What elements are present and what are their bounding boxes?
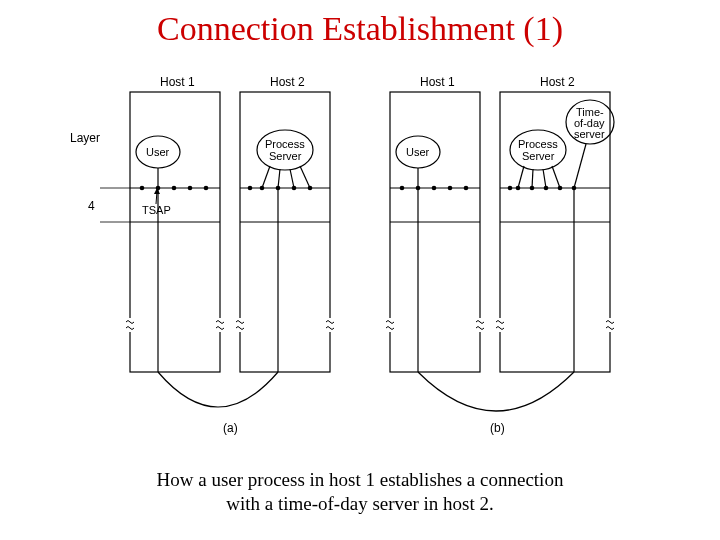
sublabel-a: (a): [223, 421, 238, 435]
svg-line-42: [518, 166, 524, 188]
diagram: Host 1 User Host 2 Process Server: [70, 72, 660, 452]
layer-label: Layer: [70, 131, 100, 145]
svg-point-37: [464, 186, 469, 191]
svg-rect-28: [326, 318, 334, 332]
host2-label-a: Host 2: [270, 75, 305, 89]
process-label-a: Process: [265, 138, 305, 150]
process-label-b: Process: [518, 138, 558, 150]
svg-point-19: [260, 186, 265, 191]
svg-rect-57: [386, 318, 394, 332]
svg-line-14: [278, 169, 280, 188]
svg-point-8: [204, 186, 209, 191]
svg-line-44: [543, 169, 546, 188]
tsap-label: TSAP: [142, 204, 171, 216]
svg-rect-0: [130, 92, 220, 372]
svg-point-50: [516, 186, 521, 191]
svg-point-52: [544, 186, 549, 191]
server-label-a: Server: [269, 150, 302, 162]
caption-line-2: with a time-of-day server in host 2.: [226, 493, 494, 514]
caption-line-1: How a user process in host 1 establishes…: [157, 469, 564, 490]
server-label-b: Server: [522, 150, 555, 162]
svg-rect-59: [496, 318, 504, 332]
svg-line-43: [532, 169, 533, 188]
panel-b: Host 1 User Host 2 Process Server Time- …: [386, 75, 614, 435]
svg-point-6: [172, 186, 177, 191]
svg-rect-27: [236, 318, 244, 332]
user-label-b: User: [406, 146, 430, 158]
svg-point-33: [400, 186, 405, 191]
svg-point-18: [248, 186, 253, 191]
svg-rect-11: [240, 92, 330, 372]
svg-point-53: [558, 186, 563, 191]
svg-rect-60: [606, 318, 614, 332]
svg-point-22: [308, 186, 313, 191]
svg-point-35: [432, 186, 437, 191]
svg-rect-26: [216, 318, 224, 332]
svg-line-47: [574, 144, 586, 188]
svg-line-13: [262, 166, 270, 188]
user-label-a: User: [146, 146, 170, 158]
svg-rect-58: [476, 318, 484, 332]
caption: How a user process in host 1 establishes…: [0, 468, 720, 516]
svg-point-7: [188, 186, 193, 191]
svg-line-15: [290, 169, 294, 188]
svg-point-21: [292, 186, 297, 191]
svg-line-16: [300, 166, 310, 188]
svg-point-36: [448, 186, 453, 191]
svg-point-49: [508, 186, 513, 191]
svg-line-45: [552, 166, 560, 188]
host2-label-b: Host 2: [540, 75, 575, 89]
panel-a: Host 1 User Host 2 Process Server: [126, 75, 334, 435]
page-title: Connection Establishment (1): [0, 10, 720, 48]
host1-label-b: Host 1: [420, 75, 455, 89]
sublabel-b: (b): [490, 421, 505, 435]
layer-4-label: 4: [88, 199, 95, 213]
svg-rect-25: [126, 318, 134, 332]
host1-label-a: Host 1: [160, 75, 195, 89]
svg-rect-29: [390, 92, 480, 372]
svg-point-4: [140, 186, 145, 191]
svg-point-51: [530, 186, 535, 191]
tod-label-3: server: [574, 128, 605, 140]
